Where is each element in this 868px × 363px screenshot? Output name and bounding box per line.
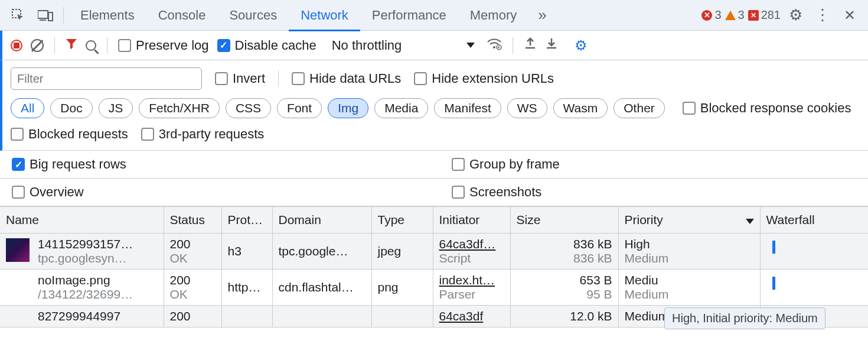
type-filter-font[interactable]: Font (277, 98, 322, 118)
import-har-icon[interactable] (545, 37, 558, 54)
third-party-checkbox[interactable]: 3rd-party requests (141, 127, 265, 142)
col-type[interactable]: Type (371, 207, 433, 234)
priority-tooltip: High, Initial priority: Medium (664, 307, 825, 329)
svg-rect-3 (48, 12, 53, 21)
name-cell[interactable]: noImage.png/134122/32699… (0, 270, 164, 306)
network-toolbar: Preserve log Disable cache No throttling… (0, 31, 868, 60)
initiator-cell[interactable]: 64ca3df…Script (433, 234, 510, 270)
filter-input[interactable] (11, 67, 202, 90)
priority-cell: HighMedium (618, 234, 760, 270)
device-toggle-icon[interactable] (33, 0, 58, 31)
col-domain[interactable]: Domain (272, 207, 371, 234)
waterfall-bar-icon (772, 241, 775, 254)
export-har-icon[interactable] (524, 37, 537, 54)
view-options-row-2: Overview Screenshots (0, 179, 868, 206)
tab-console[interactable]: Console (146, 0, 218, 31)
overview-checkbox[interactable]: Overview (12, 184, 84, 200)
initiator-cell[interactable]: 64ca3df (433, 306, 510, 328)
group-by-frame-checkbox[interactable]: Group by frame (452, 157, 560, 172)
tab-network[interactable]: Network (289, 0, 360, 31)
chevron-down-icon (466, 43, 475, 48)
type-filter-ws[interactable]: WS (507, 98, 547, 118)
search-icon[interactable] (86, 40, 96, 51)
col-waterfall[interactable]: Waterfall (760, 207, 868, 234)
protocol-cell: h3 (221, 234, 272, 270)
col-initiator[interactable]: Initiator (433, 207, 510, 234)
status-cell: 200OK (164, 270, 221, 306)
waterfall-cell (760, 234, 868, 270)
type-filter-other[interactable]: Other (614, 98, 665, 118)
size-cell: 836 kB836 kB (510, 234, 618, 270)
big-request-rows-checkbox[interactable]: Big request rows (12, 157, 126, 172)
type-filter-media[interactable]: Media (374, 98, 428, 118)
domain-cell: cdn.flashtal… (272, 270, 371, 306)
filter-icon[interactable] (66, 38, 77, 53)
more-tabs-chevron[interactable]: » (531, 0, 553, 31)
blocked-cookies-checkbox[interactable]: Blocked response cookies (683, 101, 851, 116)
blocked-requests-checkbox[interactable]: Blocked requests (11, 127, 128, 142)
protocol-cell: http… (221, 270, 272, 306)
status-counters[interactable]: ✕3 3 ✕281 (701, 8, 781, 22)
invert-checkbox[interactable]: Invert (215, 71, 265, 86)
tab-performance[interactable]: Performance (360, 0, 458, 31)
initiator-cell[interactable]: index.ht…Parser (433, 270, 510, 306)
col-name[interactable]: Name (0, 207, 164, 234)
gear-icon[interactable]: ⚙ (783, 0, 808, 31)
type-filter-img[interactable]: Img (328, 98, 368, 118)
tab-sources[interactable]: Sources (217, 0, 289, 31)
record-button[interactable] (11, 40, 22, 51)
name-cell[interactable]: 141152993157…tpc.googlesyn… (0, 234, 164, 270)
type-cell: jpeg (371, 234, 433, 270)
table-row[interactable]: noImage.png/134122/32699…200OKhttp…cdn.f… (0, 270, 868, 306)
col-prot[interactable]: Prot… (221, 207, 272, 234)
warning-count[interactable]: 3 (725, 8, 745, 22)
view-options-row-1: Big request rows Group by frame (0, 151, 868, 179)
col-priority[interactable]: Priority (618, 207, 760, 234)
status-cell: 200 (164, 306, 221, 328)
clear-button[interactable] (31, 39, 44, 52)
type-filter-wasm[interactable]: Wasm (553, 98, 608, 118)
size-cell: 653 B95 B (510, 270, 618, 306)
screenshots-checkbox[interactable]: Screenshots (452, 184, 541, 200)
error-count[interactable]: ✕3 (701, 8, 721, 22)
svg-rect-1 (38, 11, 48, 18)
inspect-icon[interactable] (6, 0, 31, 31)
devtools-tabbar: ElementsConsoleSourcesNetworkPerformance… (0, 0, 868, 31)
waterfall-cell (760, 270, 868, 306)
disable-cache-checkbox[interactable]: Disable cache (217, 38, 316, 53)
col-size[interactable]: Size (510, 207, 618, 234)
error-icon: ✕ (701, 10, 712, 21)
svg-rect-2 (40, 20, 46, 21)
network-conditions-icon[interactable] (487, 37, 502, 54)
waterfall-bar-icon (772, 277, 775, 290)
domain-cell: tpc.google… (272, 234, 371, 270)
kebab-icon[interactable]: ⋮ (810, 0, 835, 31)
type-filter-doc[interactable]: Doc (50, 98, 92, 118)
type-filter-js[interactable]: JS (99, 98, 133, 118)
message-icon: ✕ (748, 10, 759, 21)
type-filter-css[interactable]: CSS (226, 98, 271, 118)
type-filter-fetchxhr[interactable]: Fetch/XHR (139, 98, 220, 118)
domain-cell (272, 306, 371, 328)
thumbnail-icon (6, 238, 30, 262)
name-cell[interactable]: 827299944997 (0, 306, 164, 328)
type-cell: png (371, 270, 433, 306)
svg-point-4 (493, 46, 495, 48)
type-filter-all[interactable]: All (11, 98, 44, 118)
col-status[interactable]: Status (164, 207, 221, 234)
table-row[interactable]: 141152993157…tpc.googlesyn…200OKh3tpc.go… (0, 234, 868, 270)
tab-memory[interactable]: Memory (458, 0, 528, 31)
tab-elements[interactable]: Elements (68, 0, 146, 31)
network-settings-icon[interactable]: ⚙ (575, 37, 588, 54)
hide-extension-urls-checkbox[interactable]: Hide extension URLs (414, 71, 554, 86)
close-icon[interactable]: ✕ (837, 0, 862, 31)
warning-icon (725, 11, 736, 20)
status-cell: 200OK (164, 234, 221, 270)
type-filter-manifest[interactable]: Manifest (434, 98, 501, 118)
preserve-log-checkbox[interactable]: Preserve log (118, 38, 209, 53)
hide-data-urls-checkbox[interactable]: Hide data URLs (292, 71, 401, 86)
throttling-select[interactable]: No throttling (328, 38, 479, 53)
message-count[interactable]: ✕281 (748, 8, 781, 22)
priority-cell: MediuMedium (618, 270, 760, 306)
size-cell: 12.0 kB (510, 306, 618, 328)
